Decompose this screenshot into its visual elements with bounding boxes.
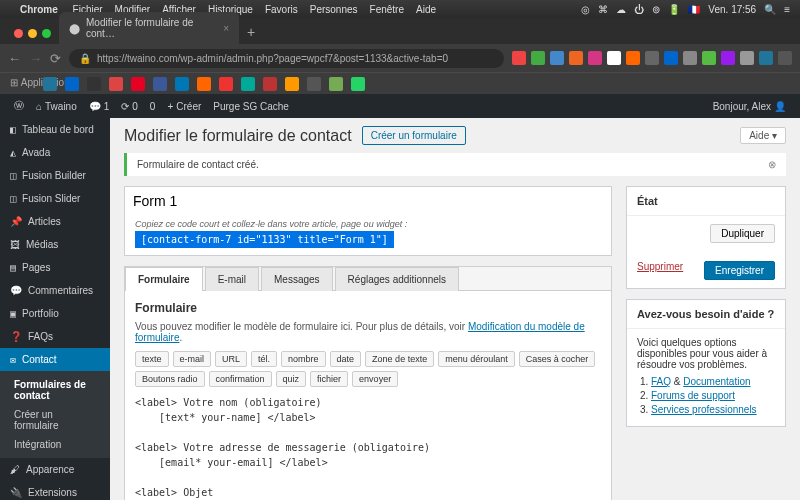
dismiss-notice-icon[interactable]: ⊗ [768, 159, 776, 170]
tag-generators: texte e-mail URL tél. nombre date Zone d… [135, 351, 601, 387]
sidebar-item-pages[interactable]: ▤Pages [0, 256, 110, 279]
sidebar-item-articles[interactable]: 📌Articles [0, 210, 110, 233]
create-link[interactable]: + Créer [161, 101, 207, 112]
state-title: État [627, 187, 785, 216]
help-link[interactable]: FAQ [651, 376, 671, 387]
submenu-create[interactable]: Créer un formulaire [0, 405, 110, 435]
wp-logo-icon[interactable]: ⓦ [8, 99, 30, 113]
create-form-button[interactable]: Créer un formulaire [362, 126, 466, 145]
sidebar-item-extensions[interactable]: 🔌Extensions [0, 481, 110, 500]
tag-text[interactable]: texte [135, 351, 169, 367]
wifi-icon: ⊚ [652, 4, 660, 15]
forward-button[interactable]: → [29, 51, 42, 66]
page-title: Modifier le formulaire de contact [124, 127, 352, 145]
sidebar-item-avada[interactable]: ◭Avada [0, 141, 110, 164]
help-link[interactable]: Services professionnels [651, 404, 757, 415]
sidebar-item-comments[interactable]: 💬Commentaires [0, 279, 110, 302]
submenu-forms[interactable]: Formulaires de contact [0, 375, 110, 405]
tab-form[interactable]: Formulaire [125, 267, 203, 291]
sidebar-item-dashboard[interactable]: ◧Tableau de bord [0, 118, 110, 141]
window-controls[interactable] [6, 29, 59, 44]
flag-icon: 🇫🇷 [688, 4, 700, 15]
new-tab-button[interactable]: + [239, 20, 263, 44]
tag-radio[interactable]: Boutons radio [135, 371, 205, 387]
updates-count[interactable]: ⟳ 0 [115, 101, 144, 112]
editor-panel: Formulaire E-mail Messages Réglages addi… [124, 266, 612, 500]
new-count[interactable]: 0 [144, 101, 162, 112]
save-button[interactable]: Enregistrer [704, 261, 775, 280]
sidebar-item-fusion-slider[interactable]: ◫Fusion Slider [0, 187, 110, 210]
tag-file[interactable]: fichier [310, 371, 348, 387]
title-panel: Copiez ce code court et collez-le dans v… [124, 186, 612, 256]
tag-url[interactable]: URL [215, 351, 247, 367]
status-icon: ⌘ [598, 4, 608, 15]
duplicate-button[interactable]: Dupliquer [710, 224, 775, 243]
sidebar-item-medias[interactable]: 🖾Médias [0, 233, 110, 256]
tag-quiz[interactable]: quiz [276, 371, 307, 387]
menu-icon[interactable]: ≡ [784, 4, 790, 15]
help-link-row: Services professionnels [651, 404, 775, 415]
sidebar-item-faqs[interactable]: ❓FAQs [0, 325, 110, 348]
delete-link[interactable]: Supprimer [637, 261, 683, 280]
shortcode-hint: Copiez ce code court et collez-le dans v… [135, 219, 601, 229]
success-notice: Formulaire de contact créé. ⊗ [124, 153, 786, 176]
tag-checkbox[interactable]: Cases à cocher [519, 351, 596, 367]
tag-email[interactable]: e-mail [173, 351, 212, 367]
comments-count[interactable]: 💬 1 [83, 101, 116, 112]
tag-tel[interactable]: tél. [251, 351, 277, 367]
tab-title: Modifier le formulaire de cont… [86, 17, 217, 39]
chrome-tab-strip: ⬤ Modifier le formulaire de cont… × + [0, 18, 800, 44]
notice-text: Formulaire de contact créé. [137, 159, 259, 170]
tag-textarea[interactable]: Zone de texte [365, 351, 434, 367]
tag-date[interactable]: date [330, 351, 362, 367]
help-panel: Avez-vous besoin d'aide ? Voici quelques… [626, 299, 786, 427]
shortcode-value[interactable]: [contact-form-7 id="1133" title="Form 1"… [135, 231, 394, 248]
section-title: Formulaire [135, 301, 601, 315]
maximize-window[interactable] [42, 29, 51, 38]
address-bar[interactable]: 🔒 https://twaino.com/wp-admin/admin.php?… [69, 49, 504, 68]
tab-additional[interactable]: Réglages additionnels [335, 267, 459, 291]
system-tray[interactable]: ◎ ⌘ ☁ ⏻ ⊚ 🔋 🇫🇷 Ven. 17:56 🔍 ≡ [581, 4, 790, 15]
main-content: Modifier le formulaire de contact Créer … [110, 118, 800, 500]
sidebar-submenu: Formulaires de contact Créer un formulai… [0, 371, 110, 458]
apps-icon[interactable]: ⊞ Applications [10, 77, 35, 91]
tab-messages[interactable]: Messages [261, 267, 333, 291]
extension-icons[interactable] [512, 51, 792, 65]
close-window[interactable] [14, 29, 23, 38]
help-link-row: FAQ & Documentation [651, 376, 775, 387]
back-button[interactable]: ← [8, 51, 21, 66]
tag-acceptance[interactable]: confirmation [209, 371, 272, 387]
sidebar-item-contact[interactable]: ✉Contact [0, 348, 110, 371]
purge-cache[interactable]: Purge SG Cache [207, 101, 295, 112]
bookmarks-bar[interactable]: ⊞ Applications [0, 72, 800, 94]
sidebar-item-appearance[interactable]: 🖌Apparence [0, 458, 110, 481]
help-link[interactable]: Documentation [683, 376, 750, 387]
reload-button[interactable]: ⟳ [50, 51, 61, 66]
tag-dropdown[interactable]: menu déroulant [438, 351, 515, 367]
form-title-input[interactable] [125, 187, 611, 215]
tag-submit[interactable]: envoyer [352, 371, 398, 387]
section-desc: Vous pouvez modifier le modèle de formul… [135, 321, 601, 343]
sidebar-item-portfolio[interactable]: ▣Portfolio [0, 302, 110, 325]
minimize-window[interactable] [28, 29, 37, 38]
state-panel: État Dupliquer Supprimer Enregistrer [626, 186, 786, 289]
search-icon[interactable]: 🔍 [764, 4, 776, 15]
tab-email[interactable]: E-mail [205, 267, 259, 291]
form-template-editor[interactable]: <label> Votre nom (obligatoire) [text* y… [135, 395, 601, 500]
status-icon: ◎ [581, 4, 590, 15]
clock: Ven. 17:56 [708, 4, 756, 15]
tag-number[interactable]: nombre [281, 351, 326, 367]
help-link-row: Forums de support [651, 390, 775, 401]
help-link[interactable]: Forums de support [651, 390, 735, 401]
status-icon: ⏻ [634, 4, 644, 15]
help-title: Avez-vous besoin d'aide ? [627, 300, 785, 329]
site-link[interactable]: ⌂ Twaino [30, 101, 83, 112]
user-greeting[interactable]: Bonjour, Alex 👤 [707, 101, 792, 112]
wp-admin-bar[interactable]: ⓦ ⌂ Twaino 💬 1 ⟳ 0 0 + Créer Purge SG Ca… [0, 94, 800, 118]
admin-sidebar: ◧Tableau de bord ◭Avada ◫Fusion Builder … [0, 118, 110, 500]
browser-tab[interactable]: ⬤ Modifier le formulaire de cont… × [59, 12, 239, 44]
sidebar-item-fusion-builder[interactable]: ◫Fusion Builder [0, 164, 110, 187]
close-tab-icon[interactable]: × [223, 23, 229, 34]
submenu-integration[interactable]: Intégration [0, 435, 110, 454]
help-dropdown[interactable]: Aide ▾ [740, 127, 786, 144]
